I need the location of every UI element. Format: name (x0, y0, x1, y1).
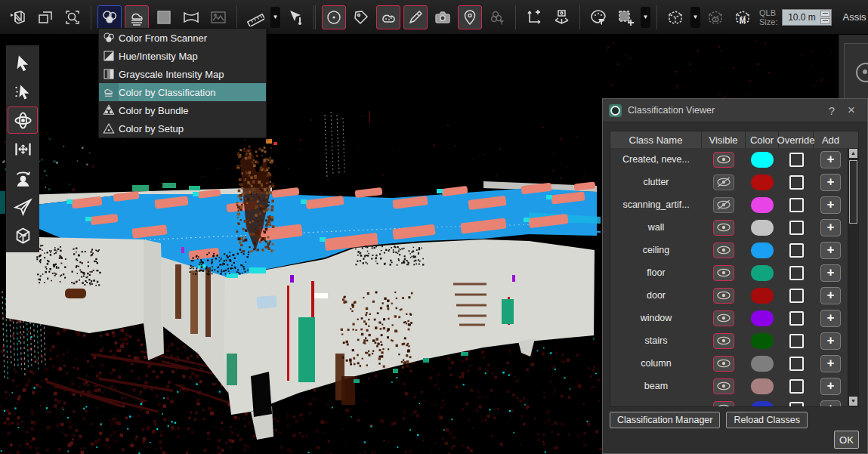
add-class-button[interactable]: + (820, 310, 841, 327)
ruler-dropdown[interactable]: ▼ (270, 7, 280, 28)
menu-item-grayscale-intensity-map[interactable]: Grayscale Intensity Map (99, 65, 266, 83)
visibility-toggle[interactable] (713, 197, 734, 213)
column-header-override[interactable]: Override (779, 131, 814, 148)
palette-filter-icon[interactable] (586, 5, 610, 29)
look-around-icon[interactable] (8, 164, 38, 191)
column-header-add[interactable]: Add (814, 131, 848, 148)
target-circle-icon[interactable] (322, 5, 346, 29)
selection-dropdown[interactable]: ▼ (641, 7, 650, 28)
visibility-toggle[interactable] (713, 401, 734, 407)
fly-icon[interactable] (8, 193, 38, 220)
menu-item-color-from-scanner[interactable]: Color From Scanner (99, 29, 266, 47)
visibility-toggle[interactable] (713, 310, 734, 326)
orbit-icon[interactable] (8, 107, 38, 134)
class-color-swatch[interactable] (751, 152, 774, 168)
column-header-visible[interactable]: Visible (702, 131, 746, 148)
add-class-button[interactable]: + (820, 196, 841, 214)
visibility-toggle[interactable] (713, 333, 734, 349)
add-class-button[interactable]: + (820, 174, 841, 191)
visibility-toggle[interactable] (713, 378, 734, 394)
class-color-swatch[interactable] (751, 242, 774, 258)
multi-select-arrow-icon[interactable] (8, 78, 38, 105)
class-color-swatch[interactable] (751, 378, 774, 394)
pan-icon[interactable] (8, 135, 38, 162)
location-pin-icon[interactable] (458, 5, 482, 29)
tag-icon[interactable] (349, 5, 373, 29)
override-checkbox[interactable] (789, 243, 804, 258)
override-checkbox[interactable] (789, 266, 804, 280)
override-checkbox[interactable] (789, 221, 804, 235)
visibility-toggle[interactable] (713, 242, 734, 258)
reload-classes-button[interactable]: Reload Classes (726, 412, 808, 428)
scroll-up-arrow[interactable]: ▲ (849, 149, 857, 158)
limit-box-manager-icon[interactable]: M (731, 5, 755, 29)
panorama-icon[interactable] (179, 5, 203, 29)
limit-box-icon[interactable] (663, 5, 687, 29)
class-color-swatch[interactable] (751, 288, 774, 304)
table-scrollbar[interactable]: ▲ ▼ (848, 148, 858, 406)
visibility-toggle[interactable] (713, 152, 734, 168)
select-arrow-icon[interactable] (8, 49, 38, 76)
color-circles-icon[interactable] (97, 5, 122, 29)
add-class-button[interactable]: + (820, 332, 841, 350)
override-checkbox[interactable] (789, 334, 804, 348)
visibility-toggle[interactable] (713, 265, 734, 281)
cloud-intensity-icon[interactable] (125, 5, 149, 29)
class-color-swatch[interactable] (751, 174, 774, 190)
scan-import-icon[interactable] (6, 5, 30, 29)
override-checkbox[interactable] (789, 311, 804, 326)
visibility-toggle[interactable] (713, 288, 734, 304)
bundle-filter-icon[interactable] (485, 5, 509, 29)
class-color-swatch[interactable] (751, 220, 774, 236)
override-checkbox[interactable] (789, 379, 804, 394)
limit-box-dropdown[interactable]: ▼ (690, 7, 700, 28)
selection-add-icon[interactable] (613, 5, 638, 29)
visibility-toggle[interactable] (713, 356, 734, 372)
zoom-region-icon[interactable] (60, 5, 85, 29)
add-class-button[interactable]: + (820, 219, 841, 236)
menu-item-color-by-classification[interactable]: Color by Classification (99, 83, 266, 101)
qlb-size-spinner[interactable] (820, 11, 830, 24)
windows-stack-icon[interactable] (33, 5, 57, 29)
menu-item-color-by-setup[interactable]: Color by Setup (99, 119, 266, 137)
cloud-dotted-icon[interactable] (376, 5, 400, 29)
menu-item-color-by-bundle[interactable]: Color by Bundle (99, 101, 266, 119)
visibility-toggle[interactable] (713, 174, 734, 190)
add-axes-icon[interactable] (522, 5, 546, 29)
limit-box-eye-icon[interactable] (703, 5, 727, 29)
scroll-thumb[interactable] (849, 160, 857, 224)
add-class-button[interactable]: + (820, 378, 841, 395)
add-class-button[interactable]: + (820, 264, 841, 282)
image-icon[interactable] (206, 5, 230, 29)
close-button[interactable]: × (842, 103, 861, 118)
pointer-temperature-icon[interactable] (283, 5, 307, 29)
menu-item-hue-intensity-map[interactable]: Hue/Intensity Map (99, 47, 266, 65)
panel-titlebar[interactable]: Classification Viewer ? × (603, 99, 867, 122)
camera-icon[interactable] (431, 5, 455, 29)
override-checkbox[interactable] (789, 402, 804, 407)
column-header-class-name[interactable]: Class Name (610, 131, 702, 148)
override-checkbox[interactable] (789, 357, 804, 371)
examine-box-icon[interactable] (8, 221, 38, 249)
class-color-swatch[interactable] (751, 310, 774, 326)
add-class-button[interactable]: + (820, 151, 841, 168)
override-checkbox[interactable] (789, 289, 804, 303)
add-class-button[interactable]: + (820, 242, 841, 259)
scroll-down-arrow[interactable]: ▼ (849, 397, 857, 406)
help-button[interactable]: ? (822, 104, 842, 117)
add-class-button[interactable]: + (820, 287, 841, 304)
class-color-swatch[interactable] (751, 356, 774, 372)
class-color-swatch[interactable] (751, 265, 774, 281)
class-color-swatch[interactable] (751, 333, 774, 349)
ruler-icon[interactable] (243, 5, 267, 29)
override-checkbox[interactable] (789, 198, 804, 212)
annotation-pen-icon[interactable] (403, 5, 428, 29)
class-color-swatch[interactable] (751, 197, 774, 213)
qlb-size-input[interactable]: 10.0 m (782, 9, 832, 26)
classification-manager-button[interactable]: Classification Manager (610, 412, 720, 428)
gray-square-icon[interactable] (152, 5, 176, 29)
visibility-toggle[interactable] (713, 220, 734, 236)
box-view-icon[interactable] (549, 5, 573, 29)
add-class-button[interactable]: + (820, 355, 841, 372)
add-class-button[interactable]: + (820, 400, 841, 407)
